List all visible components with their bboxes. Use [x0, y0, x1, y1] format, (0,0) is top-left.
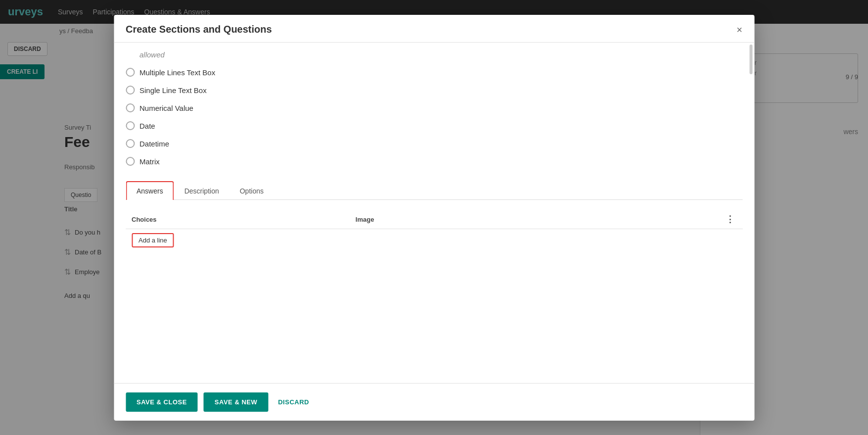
radio-option-single-line[interactable]: Single Line Text Box: [126, 86, 742, 95]
radio-label: Date: [139, 122, 155, 130]
close-button[interactable]: ×: [736, 25, 742, 35]
radio-icon: [126, 103, 135, 112]
radio-label: Datetime: [139, 140, 169, 148]
radio-icon: [126, 121, 135, 130]
save-new-button[interactable]: SAVE & NEW: [204, 392, 268, 412]
radio-icon: [126, 68, 135, 77]
answers-table: Choices Image ⋮ Add a line: [126, 210, 742, 251]
add-line-cell: Add a line: [126, 229, 350, 252]
discard-button[interactable]: DISCARD: [274, 392, 313, 412]
modal-body: allowed Multiple Lines Text Box Single L…: [114, 43, 754, 383]
modal-dialog: Create Sections and Questions × allowed …: [114, 15, 754, 421]
radio-option-multiple-lines[interactable]: Multiple Lines Text Box: [126, 68, 742, 77]
radio-label: Multiple Lines Text Box: [139, 68, 215, 77]
save-close-button[interactable]: SAVE & CLOSE: [126, 392, 198, 412]
modal-title: Create Sections and Questions: [126, 24, 272, 35]
tabs-section: Answers Description Options: [126, 181, 742, 200]
radio-option-date[interactable]: Date: [126, 121, 742, 130]
tab-answers[interactable]: Answers: [126, 181, 174, 200]
add-line-button[interactable]: Add a line: [132, 233, 174, 247]
tab-options[interactable]: Options: [229, 181, 274, 200]
col-image: Image: [350, 210, 720, 229]
radio-option-numerical[interactable]: Numerical Value: [126, 103, 742, 112]
col-options-header: ⋮: [720, 210, 742, 229]
col-choices: Choices: [126, 210, 350, 229]
radio-icon: [126, 157, 135, 166]
radio-label: Matrix: [139, 157, 160, 166]
scrollbar[interactable]: [749, 45, 752, 74]
add-line-row: Add a line: [126, 229, 742, 252]
allowed-label: allowed: [126, 50, 742, 59]
radio-label: Numerical Value: [139, 104, 193, 112]
modal-header: Create Sections and Questions ×: [114, 15, 754, 43]
column-options-icon[interactable]: ⋮: [726, 214, 736, 224]
answers-content: Choices Image ⋮ Add a line: [126, 200, 742, 383]
radio-label: Single Line Text Box: [139, 86, 207, 95]
question-type-section: allowed Multiple Lines Text Box Single L…: [126, 43, 742, 171]
radio-icon: [126, 86, 135, 95]
tab-description[interactable]: Description: [174, 181, 229, 200]
radio-option-datetime[interactable]: Datetime: [126, 139, 742, 148]
radio-icon: [126, 139, 135, 148]
radio-option-matrix[interactable]: Matrix: [126, 157, 742, 166]
modal-footer: SAVE & CLOSE SAVE & NEW DISCARD: [114, 383, 754, 421]
tabs-list: Answers Description Options: [126, 181, 742, 199]
